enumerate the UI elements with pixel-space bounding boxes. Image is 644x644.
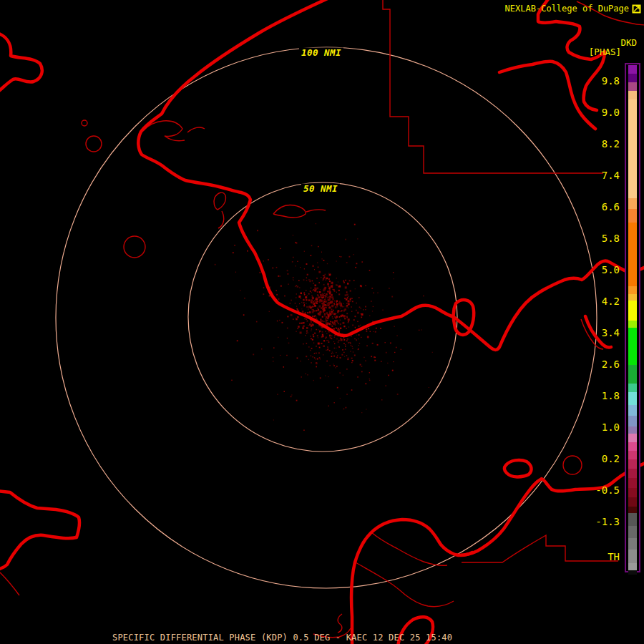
radar-echo-speckle [333,310,334,311]
colorbar-band [628,82,637,91]
radar-echo-speckle [286,355,287,356]
radar-echo-speckle [237,340,238,341]
radar-echo-speckle [345,348,346,350]
radar-echo-speckle [366,331,367,332]
radar-echo-speckle [306,356,307,357]
radar-echo-speckle [293,277,293,278]
radar-echo-speckle [329,291,331,293]
radar-echo-speckle [318,246,318,247]
radar-echo-speckle [345,286,347,288]
radar-echo-speckle [334,304,336,306]
radar-echo-speckle [333,341,334,342]
radar-echo-speckle [338,302,341,304]
radar-echo-speckle [313,289,315,291]
radar-echo-speckle [372,311,373,311]
radar-echo-speckle [306,374,306,374]
radar-echo-speckle [323,260,325,261]
radar-echo-speckle [355,267,356,268]
radar-echo-speckle [350,298,351,300]
radar-echo-speckle [350,351,351,351]
radar-echo-speckle [316,278,318,279]
radar-echo-speckle [361,337,361,338]
radar-echo-speckle [323,276,325,278]
radar-echo-speckle [343,280,344,282]
radar-echo-speckle [316,363,318,364]
radar-echo-speckle [317,358,318,360]
radar-echo-speckle [323,275,323,276]
radar-echo-speckle [348,296,348,297]
radar-echo-speckle [432,352,433,353]
radar-echo-speckle [339,301,341,302]
radar-echo-speckle [327,349,328,351]
radar-echo-speckle [394,326,394,326]
radar-echo-speckle [338,293,340,295]
radar-echo-speckle [310,311,311,312]
radar-echo-speckle [359,343,360,343]
radar-echo-speckle [338,282,338,283]
radar-echo-speckle [319,291,321,293]
colorbar-tick-label: 8.2 [585,139,620,149]
radar-echo-speckle [348,322,348,323]
radar-echo-speckle [376,328,377,329]
radar-echo-speckle [318,329,318,330]
radar-echo-speckle [358,348,359,350]
colorbar-band [628,550,637,563]
radar-echo-speckle [300,361,301,361]
colorbar-band [628,286,637,294]
radar-echo-speckle [302,311,304,313]
radar-echo-speckle [319,357,321,358]
radar-echo-speckle [312,302,314,304]
radar-echo-speckle [308,279,310,280]
radar-echo-speckle [374,360,376,361]
radar-echo-speckle [314,269,315,270]
radar-echo-speckle [423,296,424,296]
radar-echo-speckle [261,348,262,349]
radar-echo-speckle [338,316,340,318]
radar-echo-speckle [340,315,342,317]
radar-echo-speckle [348,303,349,304]
radar-echo-speckle [314,285,316,287]
radar-echo-speckle [346,355,347,356]
radar-echo-speckle [326,312,328,313]
radar-echo-speckle [377,344,379,346]
radar-echo-speckle [351,389,353,391]
radar-echo-speckle [338,346,340,348]
radar-echo-speckle [293,257,294,258]
radar-echo-speckle [366,328,367,330]
radar-echo-speckle [388,375,389,376]
radar-echo-speckle [360,364,361,366]
radar-echo-speckle [336,292,337,293]
radar-echo-speckle [301,308,302,309]
radar-echo-speckle [325,274,326,275]
radar-echo-speckle [311,331,311,331]
radar-echo-speckle [333,303,335,304]
radar-echo-speckle [311,245,313,247]
map-coastline [504,460,532,477]
radar-echo-speckle [291,300,292,301]
radar-echo-speckle [312,323,313,325]
radar-echo-speckle [317,335,318,336]
radar-echo-speckle [351,345,352,346]
radar-echo-speckle [299,303,300,304]
radar-echo-speckle [287,328,288,329]
radar-echo-speckle [386,386,386,386]
radar-echo-speckle [315,358,316,359]
product-code-label: DKD [620,37,637,48]
radar-echo-speckle [300,267,301,268]
radar-echo-speckle [323,311,323,312]
radar-echo-speckle [345,346,346,346]
radar-echo-speckle [335,324,336,326]
radar-echo-speckle [315,311,316,311]
radar-echo-speckle [319,301,321,302]
radar-echo-speckle [320,318,321,320]
radar-echo-speckle [316,223,316,224]
radar-echo-speckle [370,331,371,332]
radar-echo-speckle [343,303,343,304]
radar-echo-speckle [386,352,387,353]
radar-echo-speckle [293,279,293,280]
radar-echo-speckle [240,290,240,291]
radar-echo-speckle [312,311,313,311]
radar-echo-speckle [357,238,358,239]
radar-echo-speckle [393,272,394,273]
radar-echo-speckle [364,357,364,358]
